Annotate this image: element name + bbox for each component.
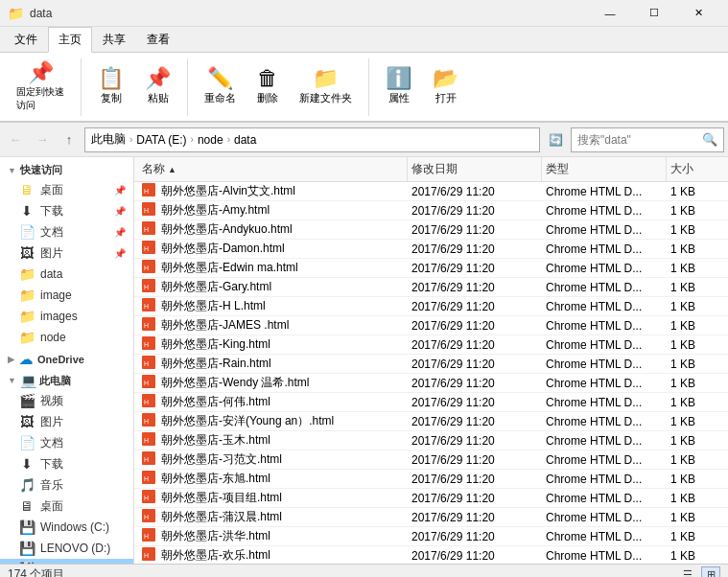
sidebar-item-images[interactable]: 📁 images [0, 306, 133, 327]
minimize-button[interactable]: — [588, 0, 632, 27]
sidebar-item-data-e[interactable]: 💾 DATA (E:) [0, 559, 133, 564]
address-bar[interactable]: 此电脑 › DATA (E:) › node › data [84, 127, 540, 152]
file-name-cell: H 朝外悠墨店-Amy.html [138, 202, 408, 219]
sidebar-item-pc-desktop[interactable]: 🖥 桌面 [0, 496, 133, 517]
table-row[interactable]: H 朝外悠墨店-King.html 2017/6/29 11:20 Chrome… [134, 335, 728, 355]
table-row[interactable]: H 朝外悠墨店-玉木.html 2017/6/29 11:20 Chrome H… [134, 431, 728, 450]
paste-icon: 📌 [145, 68, 171, 89]
table-row[interactable]: H 朝外悠墨店-Wendy 温希.html 2017/6/29 11:20 Ch… [134, 374, 728, 393]
table-row[interactable]: H 朝外悠墨店-Damon.html 2017/6/29 11:20 Chrom… [134, 240, 728, 259]
table-row[interactable]: H 朝外悠墨店-习范文.html 2017/6/29 11:20 Chrome … [134, 450, 728, 470]
crumb-data-e[interactable]: DATA (E:) [136, 133, 186, 147]
sidebar-onedrive-header[interactable]: ▶ ☁ OneDrive [0, 350, 133, 369]
table-row[interactable]: H 朝外悠墨店-Gary.html 2017/6/29 11:20 Chrome… [134, 278, 728, 297]
list-view-btn[interactable]: ☰ [678, 566, 697, 578]
paste-btn[interactable]: 📌 粘贴 [136, 63, 179, 110]
table-row[interactable]: H 朝外悠墨店-何伟.html 2017/6/29 11:20 Chrome H… [134, 393, 728, 412]
rename-btn[interactable]: ✏️ 重命名 [196, 63, 245, 110]
file-type: Chrome HTML D... [546, 338, 642, 352]
properties-btn[interactable]: ℹ️ 属性 [377, 63, 420, 110]
back-button[interactable]: ← [4, 128, 27, 151]
sidebar-item-data[interactable]: 📁 data [0, 264, 133, 285]
sidebar-item-pictures[interactable]: 🖼 图片 📌 [0, 242, 133, 264]
maximize-button[interactable]: ☐ [632, 0, 676, 27]
file-date: 2017/6/29 11:20 [411, 319, 495, 333]
sidebar-item-image[interactable]: 📁 image [0, 285, 133, 306]
new-folder-btn[interactable]: 📁 新建文件夹 [291, 63, 361, 110]
details-view-btn[interactable]: ⊞ [701, 566, 720, 578]
file-size: 1 KB [670, 319, 695, 333]
pin-indicator-4: 📌 [114, 248, 126, 259]
onedrive-icon: ☁ [18, 352, 34, 367]
expand-arrow: ▼ [8, 166, 16, 175]
tab-share[interactable]: 共享 [92, 27, 136, 53]
sidebar-item-pc-documents[interactable]: 📄 文档 [0, 432, 133, 453]
ribbon-sep-2 [187, 58, 188, 116]
sidebar-item-videos[interactable]: 🎬 视频 [0, 390, 133, 411]
table-row[interactable]: H 朝外悠墨店-Rain.html 2017/6/29 11:20 Chrome… [134, 355, 728, 374]
crumb-thispc[interactable]: 此电脑 [91, 131, 126, 148]
table-row[interactable]: H 朝外悠墨店-Alvin艾文.html 2017/6/29 11:20 Chr… [134, 182, 728, 201]
file-name: 朝外悠墨店-Gary.html [161, 279, 271, 295]
sidebar-item-music[interactable]: 🎵 音乐 [0, 474, 133, 496]
sidebar-item-desktop[interactable]: 🖥 桌面 📌 [0, 179, 133, 200]
pin-indicator: 📌 [114, 185, 126, 196]
copy-btn[interactable]: 📋 复制 [89, 63, 132, 110]
delete-btn[interactable]: 🗑 删除 [248, 63, 287, 110]
table-row[interactable]: H 朝外悠墨店-Amy.html 2017/6/29 11:20 Chrome … [134, 201, 728, 220]
table-row[interactable]: H 朝外悠墨店-安洋(Young an）.html 2017/6/29 11:2… [134, 412, 728, 431]
tab-file[interactable]: 文件 [4, 27, 48, 53]
svg-text:H: H [144, 284, 149, 290]
tab-view[interactable]: 查看 [136, 27, 180, 53]
forward-button[interactable]: → [31, 128, 54, 151]
sidebar-item-downloads[interactable]: ⬇ 下载 📌 [0, 200, 133, 221]
sidebar-quickaccess-header[interactable]: ▼ 快速访问 [0, 161, 133, 179]
col-size[interactable]: 大小 [667, 157, 724, 181]
table-row[interactable]: H 朝外悠墨店-东旭.html 2017/6/29 11:20 Chrome H… [134, 470, 728, 489]
table-row[interactable]: H 朝外悠墨店-欢乐.html 2017/6/29 11:20 Chrome H… [134, 546, 728, 564]
file-size: 1 KB [670, 453, 695, 467]
search-box[interactable]: 🔍 [571, 127, 724, 152]
col-date[interactable]: 修改日期 [408, 157, 542, 181]
pin-to-quick-btn[interactable]: 📌 固定到快速访问 [8, 58, 73, 117]
file-size-cell: 1 KB [667, 358, 724, 371]
crumb-data[interactable]: data [234, 133, 256, 147]
sidebar-item-pc-pictures[interactable]: 🖼 图片 [0, 411, 133, 432]
sidebar-item-pc-downloads[interactable]: ⬇ 下载 [0, 453, 133, 474]
table-row[interactable]: H 朝外悠墨店-洪华.html 2017/6/29 11:20 Chrome H… [134, 527, 728, 546]
search-input[interactable] [577, 133, 698, 147]
file-date: 2017/6/29 11:20 [411, 549, 495, 563]
col-type[interactable]: 类型 [542, 157, 667, 181]
file-date-cell: 2017/6/29 11:20 [408, 530, 542, 543]
crumb-node[interactable]: node [198, 133, 223, 147]
sidebar-item-windows-c[interactable]: 💾 Windows (C:) [0, 517, 133, 538]
search-icon[interactable]: 🔍 [702, 132, 717, 147]
table-row[interactable]: H 朝外悠墨店-Andykuo.html 2017/6/29 11:20 Chr… [134, 220, 728, 240]
file-type-cell: Chrome HTML D... [542, 511, 667, 524]
col-name[interactable]: 名称 [138, 157, 408, 181]
close-button[interactable]: ✕ [676, 0, 720, 27]
up-button[interactable]: ↑ [58, 128, 81, 151]
file-icon: H [142, 221, 157, 238]
sidebar-item-node[interactable]: 📁 node [0, 327, 133, 348]
file-size-cell: 1 KB [667, 300, 724, 313]
refresh-button[interactable]: 🔄 [544, 128, 567, 151]
table-row[interactable]: H 朝外悠墨店-蒲汉晨.html 2017/6/29 11:20 Chrome … [134, 508, 728, 527]
table-row[interactable]: H 朝外悠墨店-JAMES .html 2017/6/29 11:20 Chro… [134, 316, 728, 335]
open-btn[interactable]: 📂 打开 [424, 63, 467, 110]
file-date-cell: 2017/6/29 11:20 [408, 338, 542, 352]
table-row[interactable]: H 朝外悠墨店-H L.html 2017/6/29 11:20 Chrome … [134, 297, 728, 316]
file-size-cell: 1 KB [667, 473, 724, 486]
open-label: 打开 [435, 91, 457, 105]
sidebar-item-documents[interactable]: 📄 文档 📌 [0, 221, 133, 242]
tab-home[interactable]: 主页 [48, 27, 92, 53]
table-row[interactable]: H 朝外悠墨店-项目组.html 2017/6/29 11:20 Chrome … [134, 489, 728, 508]
file-type-cell: Chrome HTML D... [542, 473, 667, 486]
sidebar-thispc-header[interactable]: ▼ 💻 此电脑 [0, 371, 133, 390]
sidebar-item-lenovo-d[interactable]: 💾 LENOVO (D:) [0, 538, 133, 559]
table-row[interactable]: H 朝外悠墨店-Edwin ma.html 2017/6/29 11:20 Ch… [134, 259, 728, 278]
svg-text:H: H [144, 303, 149, 310]
documents-label: 文档 [40, 224, 63, 241]
file-name: 朝外悠墨店-Andykuo.html [161, 221, 293, 238]
ribbon: 文件 主页 共享 查看 📌 固定到快速访问 📋 复制 📌 粘贴 ✏️ 重命名 🗑… [0, 27, 728, 123]
